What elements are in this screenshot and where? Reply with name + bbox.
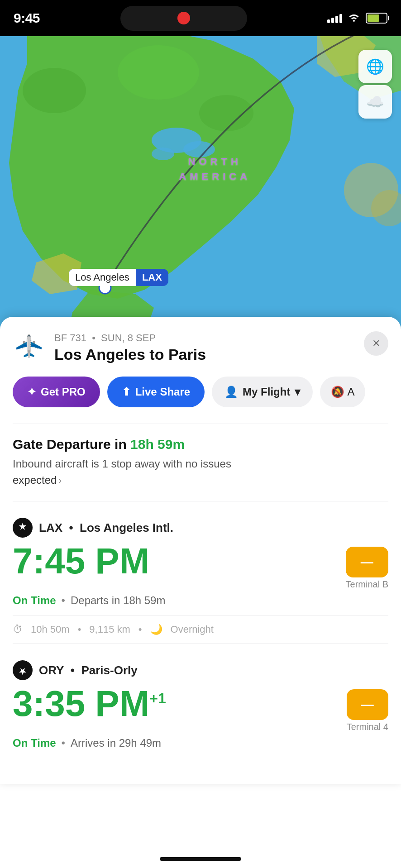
- plane-icon: ✈️: [14, 332, 45, 363]
- close-button[interactable]: ✕: [364, 331, 388, 356]
- live-share-button[interactable]: ⬆ Live Share: [107, 377, 205, 407]
- chevron-down-icon: ▾: [295, 386, 300, 398]
- record-dot: [177, 12, 190, 24]
- home-indicator: [160, 857, 241, 861]
- gate-departure-section: Gate Departure in 18h 59m Inbound aircra…: [13, 424, 388, 501]
- bottom-sheet: ✈️ BF 731 • SUN, 8 SEP Los Angeles to Pa…: [0, 317, 401, 784]
- wifi-icon: [348, 12, 360, 24]
- share-icon: ⬆: [122, 386, 131, 398]
- flight-header: ✈️ BF 731 • SUN, 8 SEP Los Angeles to Pa…: [13, 331, 388, 364]
- departure-leg: LAX • Los Angeles Intl. 7:45 PM — Termin…: [13, 518, 388, 644]
- departure-terminal-badge: —: [346, 547, 388, 577]
- status-time: 9:45: [14, 10, 40, 26]
- plane-icon-wrap: ✈️: [13, 331, 45, 364]
- svg-point-2: [118, 45, 199, 100]
- arrival-leg: ORY • Paris-Orly 3:35 PM+1 — Terminal 4 …: [13, 660, 388, 749]
- clock-icon: ⏱: [13, 624, 23, 635]
- arrival-terminal-badge: —: [347, 689, 388, 720]
- status-icons: [327, 12, 387, 24]
- departure-status-row: On Time • Departs in 18h 59m: [13, 594, 388, 607]
- flight-code-date: BF 731 • SUN, 8 SEP: [54, 332, 206, 344]
- departure-terminal-label: Terminal B: [346, 579, 388, 590]
- flight-info: BF 731 • SUN, 8 SEP Los Angeles to Paris: [54, 332, 206, 363]
- departure-airport-header: LAX • Los Angeles Intl.: [13, 518, 388, 538]
- pro-icon: ✦: [27, 386, 36, 398]
- map-controls: 🌐 ☁️: [358, 50, 392, 119]
- flight-route: Los Angeles to Paris: [54, 346, 206, 363]
- svg-point-3: [199, 95, 253, 131]
- arrival-airport-name: ORY • Paris-Orly: [39, 663, 138, 677]
- departure-airport-name: LAX • Los Angeles Intl.: [39, 521, 173, 535]
- chevron-right-icon: ›: [58, 473, 62, 487]
- lax-label: Los Angeles LAX: [69, 269, 168, 286]
- cloud-icon: ☁️: [366, 93, 384, 110]
- globe-button[interactable]: 🌐: [358, 50, 392, 83]
- departure-terminal-info: — Terminal B: [346, 543, 388, 590]
- globe-icon: 🌐: [366, 58, 384, 75]
- svg-point-6: [152, 148, 174, 160]
- departure-time-row: 7:45 PM — Terminal B: [13, 543, 388, 590]
- recording-indicator: [120, 6, 247, 31]
- departure-airport-icon: [13, 518, 33, 538]
- lax-badge: Los Angeles LAX: [69, 269, 168, 286]
- mute-icon: 🔕: [331, 386, 344, 398]
- status-bar: 9:45: [0, 0, 401, 36]
- svg-point-1: [23, 68, 86, 113]
- person-icon: 👤: [224, 386, 238, 398]
- arrival-time-row: 3:35 PM+1 — Terminal 4: [13, 686, 388, 732]
- action-buttons: ✦ Get PRO ⬆ Live Share 👤 My Flight ▾ 🔕 A: [13, 377, 388, 407]
- cloud-button[interactable]: ☁️: [358, 85, 392, 119]
- arrival-status-row: On Time • Arrives in 29h 49m: [13, 737, 388, 749]
- departure-time: 7:45 PM: [13, 543, 149, 579]
- departure-on-time-badge: On Time: [13, 594, 56, 607]
- departure-departs-in: Departs in 18h 59m: [71, 594, 165, 607]
- gate-departure-title: Gate Departure in 18h 59m: [13, 437, 388, 452]
- gate-departure-subtitle: Inbound aircraft is 1 stop away with no …: [13, 456, 388, 488]
- gate-departure-link[interactable]: expected ›: [13, 472, 62, 488]
- signal-bars: [327, 13, 342, 23]
- battery-indicator: [366, 13, 387, 24]
- battery-fill: [368, 14, 379, 22]
- mute-button[interactable]: 🔕 A: [320, 377, 365, 407]
- arrival-time: 3:35 PM+1: [13, 686, 166, 722]
- my-flight-button[interactable]: 👤 My Flight ▾: [212, 377, 313, 407]
- arrival-terminal-label: Terminal 4: [347, 722, 388, 732]
- arrival-airport-icon: [13, 660, 33, 680]
- arrival-on-time-badge: On Time: [13, 737, 56, 749]
- arrival-airport-header: ORY • Paris-Orly: [13, 660, 388, 680]
- night-icon: 🌙: [150, 624, 162, 635]
- arrival-arrives-in: Arrives in 29h 49m: [71, 737, 161, 749]
- get-pro-button[interactable]: ✦ Get PRO: [13, 377, 100, 407]
- flight-duration-row: ⏱ 10h 50m • 9,115 km • 🌙 Overnight: [13, 615, 388, 644]
- arrival-terminal-info: — Terminal 4: [347, 686, 388, 732]
- north-america-label: NORTH AMERICA: [179, 154, 251, 184]
